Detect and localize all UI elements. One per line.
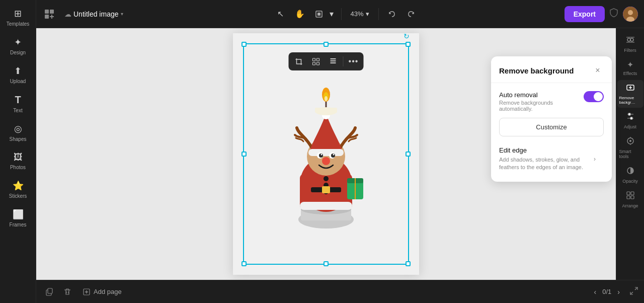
file-name: Untitled image [73,10,119,18]
topbar-right: Export [565,6,638,22]
sidebar-item-frames[interactable]: ⬜ Frames [2,205,34,232]
delete-page-button[interactable] [60,285,74,299]
cloud-icon: ☁ [64,10,71,18]
select-tool-button[interactable]: ↖ [273,6,289,22]
remove-background-panel: Remove background × Auto removal Remove … [491,56,612,182]
auto-removal-toggle[interactable] [584,91,604,102]
customize-button[interactable]: Customize [499,118,604,136]
panel-item-label: Arrange [622,203,638,208]
svg-rect-15 [330,62,336,63]
more-button[interactable]: ••• [346,54,362,68]
panel-item-label: Remove backgr… [619,96,641,105]
next-page-button[interactable]: › [615,286,622,298]
grid-button[interactable] [308,54,324,68]
topbar-center: ↖ ✋ ▾ 43% ▾ [131,6,560,22]
svg-line-75 [635,287,637,290]
svg-rect-68 [48,288,52,293]
svg-point-55 [628,113,630,116]
svg-rect-2 [45,15,49,19]
svg-point-39 [333,154,335,156]
frame-chevron-button[interactable]: ▾ [327,6,336,22]
stickers-icon: ⭐ [13,180,24,191]
rb-title: Remove background [499,66,574,75]
text-icon: T [15,94,21,106]
undo-button[interactable] [384,6,400,22]
expand-button[interactable] [630,287,638,296]
user-avatar[interactable] [623,7,638,22]
svg-point-25 [324,176,329,181]
copy-page-button[interactable] [42,285,56,299]
svg-rect-14 [330,60,336,61]
toolbar-divider [343,56,344,66]
upload-icon: ⬆ [14,65,22,77]
svg-rect-0 [45,10,49,14]
panel-item-label: Filters [624,48,636,53]
panel-item-smart-tools[interactable]: Smart tools [617,133,643,162]
svg-rect-22 [300,202,352,210]
sidebar-item-templates[interactable]: ⊞ Templates [2,4,34,31]
svg-rect-63 [627,192,630,195]
edit-edge-sub: Add shadows, strokes, glow, and feathers… [499,156,592,172]
sidebar-item-label: Design [10,50,26,55]
auto-removal-text: Auto removal Remove backgrounds automati… [499,91,584,112]
panel-item-label: Adjust [624,124,636,129]
svg-point-38 [321,154,323,156]
crop-button[interactable] [291,54,307,68]
panel-item-adjust[interactable]: Adjust [617,109,643,132]
frame-tool-button[interactable] [311,6,327,22]
prev-page-button[interactable]: ‹ [592,286,599,298]
sidebar-item-photos[interactable]: 🖼 Photos [2,148,34,174]
design-icon: ✦ [14,37,22,48]
edit-edge-row[interactable]: Edit edge Add shadows, strokes, glow, an… [499,144,604,174]
svg-rect-66 [631,196,634,199]
sidebar-item-design[interactable]: ✦ Design [2,33,34,59]
topbar: ☁ Untitled image ▾ ↖ ✋ ▾ 43% ▾ [36,0,644,28]
add-page-button[interactable]: Add page [78,286,126,298]
bottombar: Add page ‹ 0/1 › [36,280,644,303]
svg-rect-64 [631,192,634,195]
svg-rect-13 [316,62,319,65]
panel-item-arrange[interactable]: Arrange [617,188,643,211]
effects-icon: ✦ [627,60,633,69]
svg-point-59 [629,140,631,142]
layers-button[interactable] [325,54,341,68]
rb-close-button[interactable]: × [592,64,604,77]
panel-item-label: Opacity [622,179,638,184]
divider [378,8,379,20]
sidebar-item-label: Photos [10,165,26,170]
opacity-icon [626,166,635,177]
right-panel: Filters ✦ Effects Remove backgr… [616,28,644,280]
sidebar-item-shapes[interactable]: ◎ Shapes [2,119,34,146]
sidebar-item-upload[interactable]: ⬆ Upload [2,61,34,88]
svg-point-47 [627,38,630,41]
rb-body: Auto removal Remove backgrounds automati… [491,83,612,182]
edit-edge-title: Edit edge [499,146,592,154]
file-title[interactable]: ☁ Untitled image ▾ [60,8,127,20]
svg-rect-11 [316,58,319,61]
panel-item-remove-bg[interactable]: Remove backgr… [617,80,643,108]
hand-tool-button[interactable]: ✋ [292,6,308,22]
export-button[interactable]: Export [565,6,605,22]
sidebar-item-stickers[interactable]: ⭐ Stickers [2,176,34,203]
sidebar-item-label: Frames [10,222,27,228]
panel-item-effects[interactable]: ✦ Effects [617,57,643,79]
shield-icon [609,8,619,20]
arrange-icon [626,191,635,202]
svg-point-40 [322,157,330,165]
frames-icon: ⬜ [13,209,24,220]
panel-item-label: Smart tools [619,149,641,159]
zoom-button[interactable]: 43% ▾ [347,8,373,20]
auto-removal-title: Auto removal [499,91,584,99]
auto-removal-row: Auto removal Remove backgrounds automati… [499,91,604,112]
adjust-icon [626,112,635,123]
sidebar-item-label: Upload [10,79,26,84]
app-logo[interactable] [42,7,56,21]
svg-point-48 [630,38,633,41]
panel-item-filters[interactable]: Filters [617,32,643,56]
svg-rect-46 [315,108,337,113]
redo-button[interactable] [403,6,419,22]
panel-item-opacity[interactable]: Opacity [617,163,643,187]
sidebar-item-text[interactable]: T Text [2,90,34,117]
floating-toolbar: ••• [289,52,364,70]
page-nav: ‹ 0/1 › [592,286,622,298]
